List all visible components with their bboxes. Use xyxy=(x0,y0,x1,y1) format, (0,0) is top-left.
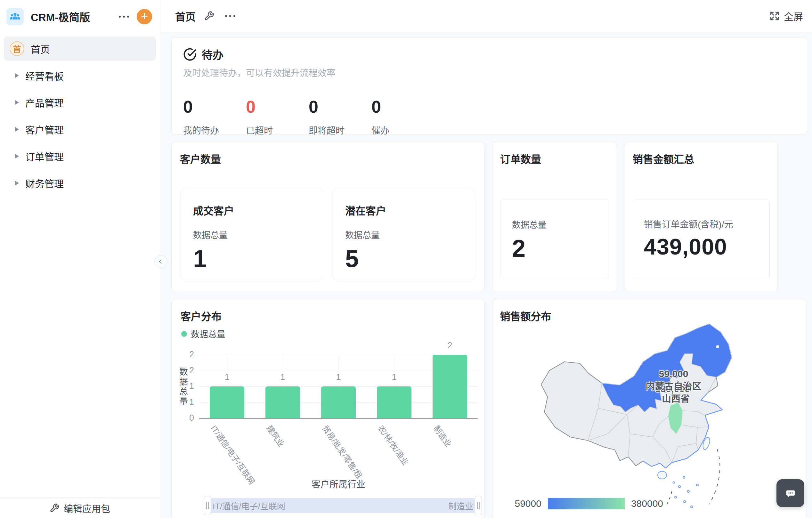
caret-right-icon xyxy=(15,127,19,132)
bar-value-label: 2 xyxy=(437,341,463,351)
map-label-inner-mongolia-value: 59,000 xyxy=(659,369,688,379)
fullscreen-label: 全屏 xyxy=(784,9,803,23)
bar[interactable] xyxy=(265,386,300,418)
map-label-inner-mongolia-name: 内蒙古自治区 xyxy=(645,379,701,392)
bar-value-label: 1 xyxy=(326,372,351,382)
y-tick-label: 0 xyxy=(179,413,194,423)
customer-count-card: 客户数量 成交客户 数据总量 1 潜在客户 数据总量 5 xyxy=(171,142,485,292)
fullscreen-button[interactable]: 全屏 xyxy=(769,9,803,23)
chat-fab-button[interactable] xyxy=(777,479,804,507)
bar-value-label: 1 xyxy=(214,372,240,382)
sales-card-title: 销售金额汇总 xyxy=(633,151,770,166)
todo-stat[interactable]: 0催办 xyxy=(371,97,434,136)
sales-metric: 销售订单金额(含税)/元 xyxy=(644,218,758,230)
sidebar-collapse-button[interactable] xyxy=(154,255,167,268)
page-settings-button[interactable] xyxy=(204,11,214,21)
y-tick-label: 1 xyxy=(179,397,194,407)
x-category-label: 农/林/牧/渔业 xyxy=(376,423,412,467)
todo-stat[interactable]: 0即将超时 xyxy=(309,97,371,136)
dashboard-content: 待办 及时处理待办，可以有效提升流程效率 0我的待办0已超时0即将超时0催办 客… xyxy=(161,32,812,518)
todo-stat-value: 0 xyxy=(183,97,246,117)
todo-stat[interactable]: 0已超时 xyxy=(246,97,309,136)
deal-customer-card[interactable]: 成交客户 数据总量 1 xyxy=(181,189,323,280)
y-tick-label: 2 xyxy=(179,366,194,376)
sidebar-item-label: 订单管理 xyxy=(25,149,64,163)
main-area: 首页 全屏 xyxy=(161,0,812,518)
app-logo xyxy=(6,8,24,25)
potential-customer-metric: 数据总量 xyxy=(345,228,463,241)
page-more-button[interactable] xyxy=(222,12,238,20)
sidebar-item[interactable]: 客户管理 xyxy=(4,117,156,142)
order-card-title: 订单数量 xyxy=(500,151,609,166)
app-more-button[interactable] xyxy=(116,12,132,21)
slider-left-label: IT/通信/电子/互联网 xyxy=(212,500,285,512)
potential-customer-value: 5 xyxy=(345,244,463,272)
map-legend-min: 59000 xyxy=(515,498,542,509)
todo-stat[interactable]: 0我的待办 xyxy=(183,97,246,136)
todo-stats: 0我的待办0已超时0即将超时0催办 xyxy=(183,97,795,136)
bar[interactable] xyxy=(210,386,244,418)
sidebar-item[interactable]: 产品管理 xyxy=(4,90,156,115)
main-header: 首页 全屏 xyxy=(161,0,812,32)
sidebar-item-label: 经营看板 xyxy=(25,68,64,83)
sales-total-inner-card[interactable]: 销售订单金额(含税)/元 439,000 xyxy=(633,199,770,279)
slider-right-handle[interactable] xyxy=(475,496,482,515)
check-circle-icon xyxy=(183,48,197,61)
fullscreen-icon xyxy=(769,10,780,22)
map-legend-max: 380000 xyxy=(631,498,663,509)
customer-distribution-card: 客户分布 数据总量 数据总量 221101IT/通信/电子/互联网1建筑业1贸易… xyxy=(171,299,485,518)
sales-distribution-card: 销售额分布 xyxy=(492,299,807,518)
y-tick-label: 2 xyxy=(179,350,194,359)
chat-bubble-icon xyxy=(784,487,797,500)
china-map[interactable] xyxy=(492,299,807,518)
sidebar-header: CRM-极简版 + xyxy=(0,0,160,33)
sales-value: 439,000 xyxy=(644,234,758,260)
todo-stat-label: 已超时 xyxy=(246,123,309,136)
app-title: CRM-极简版 xyxy=(31,9,116,24)
todo-title: 待办 xyxy=(202,47,224,62)
bar[interactable] xyxy=(377,386,411,418)
bar-value-label: 1 xyxy=(270,372,295,382)
customer-card-title: 客户数量 xyxy=(180,151,476,166)
edit-app-package-label: 编辑应用包 xyxy=(64,501,110,515)
bar-value-label: 1 xyxy=(381,372,407,382)
todo-subtitle: 及时处理待办，可以有效提升流程效率 xyxy=(183,66,795,79)
sidebar-menu: 首 首页 经营看板产品管理客户管理订单管理财务管理 xyxy=(0,33,160,195)
todo-card: 待办 及时处理待办，可以有效提升流程效率 0我的待办0已超时0即将超时0催办 xyxy=(171,37,807,135)
caret-right-icon xyxy=(15,154,19,159)
todo-stat-value: 0 xyxy=(309,97,371,117)
wrench-icon xyxy=(204,11,214,21)
map-legend-gradient xyxy=(548,498,625,509)
sidebar-item[interactable]: 订单管理 xyxy=(4,144,156,168)
todo-stat-value: 0 xyxy=(371,97,434,117)
wrench-icon xyxy=(50,503,59,513)
caret-right-icon xyxy=(15,73,19,78)
slider-right-label: 制造业 xyxy=(448,500,473,512)
edit-app-package-button[interactable]: 编辑应用包 xyxy=(0,497,160,518)
slider-left-handle[interactable] xyxy=(204,496,211,515)
bar[interactable] xyxy=(433,355,467,418)
deal-customer-metric: 数据总量 xyxy=(193,228,311,241)
x-category-label: 建筑业 xyxy=(264,423,288,449)
x-category-label: IT/通信/电子/互联网 xyxy=(209,423,258,486)
sidebar-item-home[interactable]: 首 首页 xyxy=(4,36,156,61)
chart-range-slider[interactable]: IT/通信/电子/互联网 制造业 xyxy=(207,498,478,513)
sidebar-item-label: 财务管理 xyxy=(25,176,64,190)
bar[interactable] xyxy=(321,386,356,418)
order-metric: 数据总量 xyxy=(512,218,597,231)
sidebar-item-label: 首页 xyxy=(31,41,50,56)
map-legend: 59000 380000 xyxy=(515,498,663,509)
sales-total-card: 销售金额汇总 销售订单金额(含税)/元 439,000 xyxy=(625,142,778,292)
todo-stat-label: 催办 xyxy=(371,123,434,136)
sidebar-item[interactable]: 经营看板 xyxy=(4,63,156,88)
potential-customer-card[interactable]: 潜在客户 数据总量 5 xyxy=(333,189,475,280)
add-button[interactable]: + xyxy=(137,9,152,24)
chevron-left-icon xyxy=(158,259,164,264)
todo-stat-label: 即将超时 xyxy=(309,123,371,136)
sidebar-item-label: 客户管理 xyxy=(25,122,64,136)
order-count-inner-card[interactable]: 数据总量 2 xyxy=(500,199,609,279)
sidebar-item[interactable]: 财务管理 xyxy=(4,171,156,195)
map-label-shanxi-name: 山西省 xyxy=(662,391,690,405)
x-category-label: 制造业 xyxy=(432,423,455,449)
order-value: 2 xyxy=(512,234,597,262)
